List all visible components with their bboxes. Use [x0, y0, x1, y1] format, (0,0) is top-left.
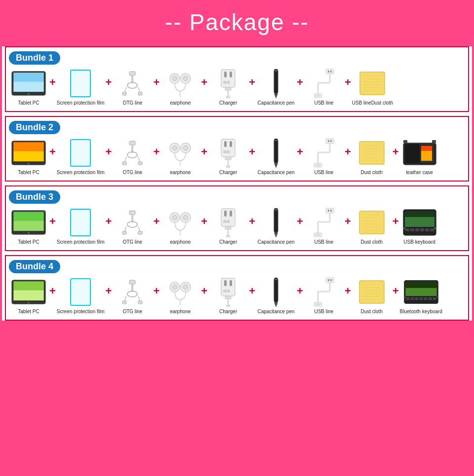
bundle-item-1-1: Tablet PC	[9, 69, 48, 106]
svg-rect-68	[274, 139, 278, 163]
plus-sign-1-5: +	[249, 76, 255, 99]
svg-rect-179	[330, 279, 332, 281]
svg-rect-176	[275, 279, 277, 280]
plus-sign-1-1: +	[49, 76, 56, 99]
svg-rect-54	[122, 162, 126, 165]
svg-rect-48	[71, 140, 90, 166]
svg-rect-113	[224, 211, 227, 217]
svg-rect-170	[225, 296, 231, 299]
svg-rect-11	[122, 92, 126, 95]
item-image-film	[63, 277, 98, 307]
svg-point-108	[172, 215, 177, 220]
item-image-otg	[115, 138, 150, 168]
svg-rect-123	[328, 210, 329, 212]
svg-rect-90	[421, 146, 432, 151]
item-label-4-4: earphone	[170, 309, 191, 315]
bundle-label-4: Bundle 4	[9, 260, 60, 273]
item-image-pen	[258, 69, 294, 98]
bundle-item-2-1: Tablet PC	[9, 138, 48, 176]
item-image-film	[63, 208, 98, 237]
plus-sign-3-5: +	[249, 215, 255, 238]
bundle-item-4-1: Tablet PC	[9, 277, 48, 315]
svg-rect-196	[406, 297, 409, 300]
item-image-usb	[306, 208, 342, 237]
bundle-item-3-3: OTG line	[113, 208, 152, 245]
svg-rect-63	[230, 141, 232, 147]
plus-sign-3-3: +	[153, 215, 159, 238]
page-title: -- Package --	[0, 9, 474, 36]
bundle-item-3-1: Tablet PC	[9, 208, 48, 245]
item-image-usbkb	[402, 208, 437, 237]
item-label-3-2: Screen protection film	[57, 239, 105, 245]
svg-marker-26	[274, 94, 278, 99]
svg-rect-64	[225, 157, 231, 160]
bundle-item-2-2: Screen protection film	[57, 138, 105, 176]
svg-rect-6	[129, 72, 135, 75]
plus-sign-3-4: +	[201, 215, 207, 238]
plus-sign-2-5: +	[249, 146, 255, 168]
svg-rect-18	[221, 70, 235, 87]
svg-rect-140	[405, 217, 434, 227]
svg-rect-100	[129, 211, 135, 215]
bundle-item-1-4: earphone	[160, 69, 200, 106]
svg-rect-70	[275, 140, 277, 141]
item-label-1-7: USB line	[314, 100, 333, 106]
plus-sign-4-1: +	[49, 285, 56, 307]
svg-marker-69	[274, 163, 278, 168]
plus-sign-2-3: +	[153, 146, 159, 168]
svg-rect-201	[428, 297, 432, 300]
svg-point-153	[28, 302, 30, 304]
svg-rect-145	[425, 228, 429, 231]
svg-point-165	[183, 285, 188, 290]
item-label-2-8: Dust cloth	[361, 170, 383, 176]
item-image-otg	[115, 69, 150, 98]
item-image-film	[63, 69, 98, 98]
item-label-3-1: Tablet PC	[18, 239, 39, 245]
svg-rect-87	[405, 144, 419, 163]
bundle-item-3-7: USB line	[304, 208, 344, 245]
plus-sign-2-7: +	[345, 146, 351, 168]
svg-rect-142	[410, 228, 414, 231]
bundle-item-4-8: Dust cloth	[352, 277, 392, 315]
bundle-item-1-3: OTG line	[113, 69, 152, 106]
svg-rect-36	[360, 72, 385, 95]
item-image-cloth	[354, 277, 390, 307]
svg-rect-204	[436, 296, 438, 298]
item-label-1-8: USB lineDust cloth	[352, 100, 393, 106]
svg-point-59	[183, 146, 188, 150]
item-label-3-6: Capacitance pen	[257, 239, 294, 245]
item-image-tablet	[11, 138, 46, 168]
svg-rect-49	[129, 141, 135, 145]
svg-rect-25	[274, 69, 278, 94]
svg-marker-120	[274, 233, 278, 238]
bundle-item-4-3: OTG line	[113, 277, 152, 315]
svg-rect-2	[13, 73, 43, 81]
plus-sign-3-6: +	[297, 215, 303, 238]
svg-rect-198	[415, 297, 418, 300]
bundle-item-1-8: USB lineDust cloth	[352, 69, 393, 106]
item-label-2-2: Screen protection film	[57, 170, 105, 176]
svg-rect-21	[225, 87, 231, 90]
item-image-earphone	[162, 277, 198, 307]
item-label-4-1: Tablet PC	[18, 309, 39, 315]
svg-point-4	[28, 93, 30, 95]
item-label-2-4: earphone	[170, 170, 191, 176]
svg-rect-143	[415, 228, 419, 231]
svg-rect-66	[226, 166, 230, 168]
svg-rect-97	[13, 220, 43, 231]
item-label-2-9: leather case	[406, 170, 433, 176]
item-label-4-7: USB line	[314, 309, 333, 315]
item-label-3-5: Charger	[219, 239, 237, 245]
svg-point-14	[172, 76, 177, 81]
svg-rect-35	[316, 95, 320, 97]
svg-rect-146	[430, 228, 434, 231]
plus-sign-1-3: +	[153, 76, 159, 99]
svg-rect-46	[13, 151, 43, 161]
plus-sign-1-7: +	[345, 76, 351, 99]
item-image-usb	[306, 277, 342, 307]
svg-rect-184	[316, 303, 320, 305]
svg-rect-96	[13, 212, 43, 220]
item-image-charger: 出出	[210, 208, 246, 237]
item-label-3-9: USB keyboard	[403, 239, 435, 245]
bundle-item-3-6: Capacitance pen	[256, 208, 296, 245]
